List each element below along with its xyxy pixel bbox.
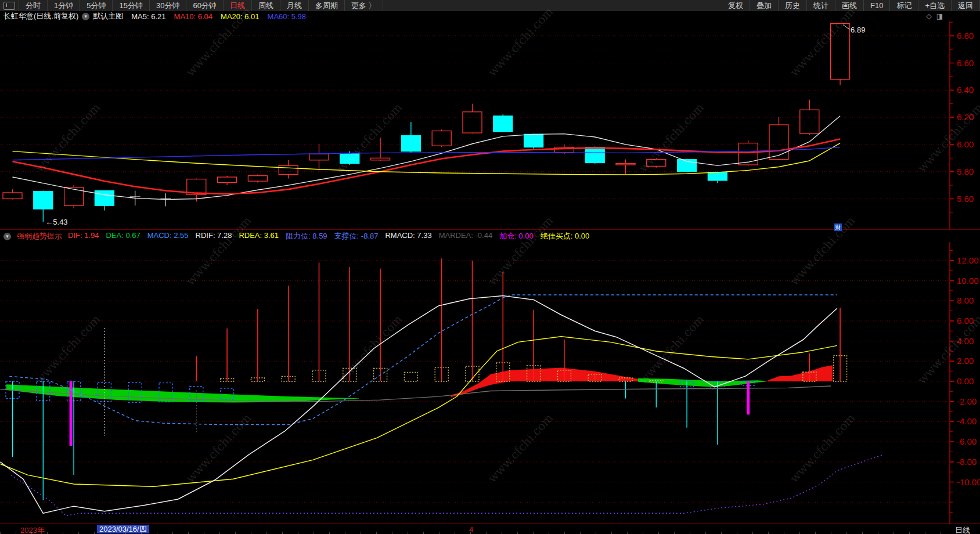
app-window: 分时1分钟5分钟15分钟30分钟60分钟日线周线月线多周期更多 〉 复权叠加历史… xyxy=(0,0,980,534)
toolbar-button-F10[interactable]: F10 xyxy=(864,0,890,11)
indicator-field-MARDEA: MARDEA: -0.44 xyxy=(439,231,492,241)
period-tabs: 分时1分钟5分钟15分钟30分钟60分钟日线周线月线多周期更多 〉 xyxy=(19,0,383,11)
split-view-icon[interactable]: ◨ xyxy=(936,12,943,20)
high-annotation: 6.89 xyxy=(851,26,865,34)
toolbar-button-叠加[interactable]: 叠加 xyxy=(750,0,779,11)
low-annotation: ←5.43 xyxy=(45,218,67,226)
indicator-header: ▾ 强弱趋势提示 DIF: 1.94DEA: 0.67MACD: 2.55RDI… xyxy=(0,229,980,243)
indicator-tick-label: -4.00 xyxy=(957,416,977,426)
price-tick-label: 6.40 xyxy=(957,85,974,95)
indicator-tick-label: 10.00 xyxy=(957,276,979,286)
main-chart[interactable]: 6.806.606.406.206.005.805.606.89←5.43 xyxy=(0,21,980,229)
period-tab-月线[interactable]: 月线 xyxy=(280,0,309,11)
toolbar-button-标记[interactable]: 标记 xyxy=(890,0,918,11)
toolbar-button-返回[interactable]: 返回 xyxy=(952,0,980,11)
indicator-tick-label: 8.00 xyxy=(957,295,974,305)
period-tab-分时[interactable]: 分时 xyxy=(19,0,48,11)
ma-value-MA5: MA5: 6.21 xyxy=(131,12,165,21)
indicator-field-DEA: DEA: 0.67 xyxy=(106,231,140,241)
indicator-field-RDIF: RDIF: 7.28 xyxy=(196,231,232,241)
period-tab-5分钟[interactable]: 5分钟 xyxy=(80,0,113,11)
toolbar-actions: 复权叠加历史统计画线F10标记+自选返回 xyxy=(722,0,980,11)
stock-title: 长虹华意(日线.前复权) xyxy=(3,11,78,21)
price-tick-label: 5.80 xyxy=(957,167,974,176)
indicator-field-加仓: 加仓: 0.00 xyxy=(499,231,534,241)
indicator-field-支撑位: 支撑位: -8.87 xyxy=(334,231,379,241)
price-tick-label: 6.60 xyxy=(957,58,974,68)
period-tab-60分钟[interactable]: 60分钟 xyxy=(186,0,223,11)
indicator-field-绝佳买点: 绝佳买点: 0.00 xyxy=(541,231,590,241)
axis-period-label: 日线 xyxy=(955,525,970,534)
wealth-badge: 财 xyxy=(834,223,842,231)
period-tab-更多 〉[interactable]: 更多 〉 xyxy=(345,0,383,11)
indicator-field-RMACD: RMACD: 7.33 xyxy=(385,231,431,241)
price-tick-label: 5.60 xyxy=(957,194,974,204)
ma-value-MA60: MA60: 5.98 xyxy=(268,12,307,21)
indicator-values: DIF: 1.94DEA: 0.67MACD: 2.55RDIF: 7.28RD… xyxy=(68,231,596,241)
info-bar: 长虹华意(日线.前复权) ▾ 默认主图 MA5: 6.21MA10: 6.04M… xyxy=(0,11,980,21)
indicator-tick-label: -6.00 xyxy=(957,436,977,446)
price-tick-label: 6.00 xyxy=(957,139,974,149)
indicator-field-阻力位: 阻力位: 8.59 xyxy=(286,231,327,241)
axis-ticks xyxy=(0,532,950,534)
price-tick-label: 6.20 xyxy=(957,112,974,122)
chevron-down-icon[interactable]: ▾ xyxy=(82,13,89,20)
period-tab-1分钟[interactable]: 1分钟 xyxy=(48,0,80,11)
period-tab-30分钟[interactable]: 30分钟 xyxy=(150,0,186,11)
indicator-tick-label: 2.00 xyxy=(957,356,974,366)
period-tab-多周期[interactable]: 多周期 xyxy=(309,0,345,11)
indicator-field-MACD: MACD: 2.55 xyxy=(147,231,189,241)
indicator-chevron-icon[interactable]: ▾ xyxy=(3,233,11,240)
price-tick-label: 6.80 xyxy=(957,31,974,41)
window-icon[interactable] xyxy=(3,2,15,10)
indicator-tick-label: -2.00 xyxy=(957,396,977,406)
toolbar-button-复权[interactable]: 复权 xyxy=(722,0,750,11)
toolbar-button-历史[interactable]: 历史 xyxy=(779,0,807,11)
indicator-tick-label: -8.00 xyxy=(957,457,977,467)
ma-value-MA20: MA20: 6.01 xyxy=(221,12,260,21)
indicator-chart[interactable]: 12.0010.008.006.004.002.000.00-2.00-4.00… xyxy=(0,242,980,524)
indicator-name[interactable]: 强弱趋势提示 xyxy=(17,231,62,241)
ma-value-MA10: MA10: 6.04 xyxy=(174,12,213,21)
indicator-field-RDEA: RDEA: 3.61 xyxy=(239,231,279,241)
indicator-field-DIF: DIF: 1.94 xyxy=(68,231,99,241)
indicator-tick-label: 0.00 xyxy=(957,376,974,386)
toolbar-button-统计[interactable]: 统计 xyxy=(807,0,835,11)
toolbar-button-+自选[interactable]: +自选 xyxy=(918,0,952,11)
ma-legend: MA5: 6.21MA10: 6.04MA20: 6.01MA60: 5.98 xyxy=(123,12,306,21)
indicator-tick-label: 6.00 xyxy=(957,316,974,326)
period-tab-15分钟[interactable]: 15分钟 xyxy=(113,0,149,11)
main-chart-label[interactable]: 默认主图 xyxy=(93,11,123,21)
period-tab-日线[interactable]: 日线 xyxy=(224,0,252,11)
indicator-tick-label: 12.00 xyxy=(957,255,979,265)
toolbar: 分时1分钟5分钟15分钟30分钟60分钟日线周线月线多周期更多 〉 复权叠加历史… xyxy=(0,0,980,12)
indicator-tick-label: -10.00 xyxy=(957,477,980,487)
indicator-tick-label: 4.00 xyxy=(957,336,974,346)
diamond-icon[interactable]: ◇ xyxy=(926,12,931,20)
period-tab-周线[interactable]: 周线 xyxy=(252,0,280,11)
toolbar-button-画线[interactable]: 画线 xyxy=(835,0,864,11)
